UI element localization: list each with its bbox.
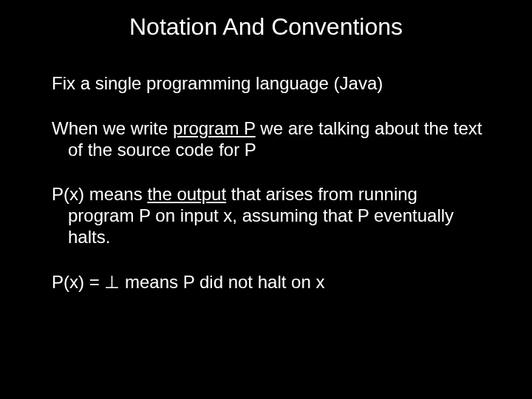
- text: means P did not halt on x: [120, 272, 324, 292]
- text: P(x) =: [52, 272, 104, 292]
- paragraph-3: P(x) means the output that arises from r…: [52, 184, 488, 248]
- slide: Notation And Conventions Fix a single pr…: [0, 0, 532, 399]
- text: Fix a single programming language (Java): [52, 73, 383, 93]
- paragraph-4: P(x) = ⊥ means P did not halt on x: [52, 272, 488, 293]
- bottom-symbol: ⊥: [104, 272, 120, 292]
- slide-body: Fix a single programming language (Java)…: [0, 48, 532, 293]
- text: P(x) means: [52, 184, 147, 204]
- text: When we write: [52, 118, 173, 138]
- slide-title: Notation And Conventions: [0, 0, 532, 48]
- underlined-text: program P: [173, 118, 256, 138]
- underlined-text: the output: [147, 184, 226, 204]
- paragraph-2: When we write program P we are talking a…: [52, 118, 488, 161]
- paragraph-1: Fix a single programming language (Java): [52, 73, 488, 95]
